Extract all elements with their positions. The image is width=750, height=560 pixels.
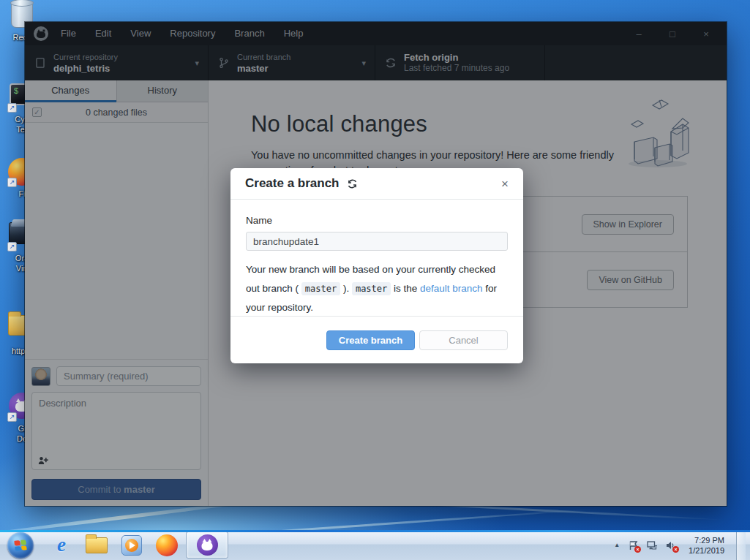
show-hidden-icons-button[interactable]: ▲ — [614, 542, 620, 548]
clock-date: 1/21/2019 — [689, 545, 724, 556]
firefox-icon — [156, 534, 178, 556]
sync-icon — [347, 178, 358, 189]
close-icon[interactable]: × — [501, 178, 509, 190]
alert-badge: × — [672, 546, 679, 553]
show-desktop-button[interactable] — [736, 530, 746, 560]
volume-muted-icon[interactable]: × — [665, 540, 677, 551]
folder-icon — [86, 537, 108, 553]
taskbar: e ▲ × × 7:29 PM 1/21/2019 — [0, 530, 750, 560]
taskbar-windows-explorer[interactable] — [79, 530, 114, 560]
action-center-icon[interactable]: × — [627, 540, 639, 551]
alert-badge: × — [634, 546, 641, 553]
taskbar-github-desktop-active[interactable] — [186, 531, 228, 559]
system-tray: ▲ × × 7:29 PM 1/21/2019 — [614, 530, 750, 560]
name-label: Name — [246, 215, 508, 226]
start-button[interactable] — [7, 532, 34, 559]
create-branch-button[interactable]: Create branch — [326, 330, 415, 350]
github-desktop-icon — [197, 534, 218, 556]
shortcut-arrow-icon: ↗ — [7, 103, 17, 113]
taskbar-clock[interactable]: 7:29 PM 1/21/2019 — [689, 535, 724, 556]
cancel-button[interactable]: Cancel — [419, 330, 508, 350]
create-branch-dialog: Create a branch × Name Your new branch w… — [230, 168, 523, 363]
dialog-title: Create a branch — [245, 176, 340, 191]
shortcut-arrow-icon: ↗ — [7, 412, 17, 422]
branch-name-input[interactable] — [246, 232, 508, 251]
code-master: master — [301, 282, 340, 295]
network-icon[interactable] — [646, 540, 658, 551]
default-branch-link[interactable]: default branch — [420, 283, 483, 294]
internet-explorer-icon: e — [57, 534, 66, 556]
dialog-description: Your new branch will be based on your cu… — [246, 260, 508, 317]
taskbar-firefox[interactable] — [149, 530, 184, 560]
shortcut-arrow-icon: ↗ — [7, 242, 17, 251]
media-player-icon — [121, 535, 142, 556]
windows-logo-icon — [14, 540, 26, 551]
taskbar-media-player[interactable] — [114, 530, 149, 560]
clock-time: 7:29 PM — [689, 535, 724, 545]
code-master: master — [352, 282, 391, 295]
shortcut-arrow-icon: ↗ — [7, 178, 17, 187]
taskbar-internet-explorer[interactable]: e — [44, 530, 79, 560]
